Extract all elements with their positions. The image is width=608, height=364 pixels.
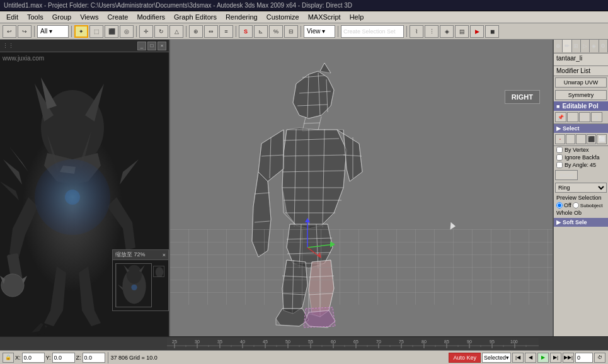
named-selection-input[interactable]: Create Selection Set bbox=[341, 25, 404, 38]
ignore-backface-checkbox[interactable] bbox=[556, 154, 563, 161]
element-select-button[interactable]: ⬜ bbox=[597, 134, 607, 144]
rp-tab-motion[interactable]: ▷ bbox=[581, 40, 590, 52]
snap-toggle-button[interactable]: S bbox=[239, 25, 253, 38]
select-scale-button[interactable]: △ bbox=[169, 25, 183, 38]
angle-snap-button[interactable]: ⊾ bbox=[254, 25, 268, 38]
main-toolbar: ↩ ↪ All ▾ ✦ ⬚ ⬛ ◎ ✛ ↻ △ ⊕ ⇔ ≡ S ⊾ % ⊟ Vi… bbox=[0, 23, 608, 40]
select-rotate-button[interactable]: ↻ bbox=[154, 25, 168, 38]
shrink-grow-row: Shrink bbox=[554, 169, 608, 181]
shrink-button[interactable]: Shrink bbox=[555, 170, 578, 180]
next-frame-button[interactable]: ▶| bbox=[550, 353, 561, 363]
panel-close-button[interactable]: × bbox=[158, 42, 166, 50]
render-setup-button[interactable]: ▤ bbox=[455, 25, 469, 38]
svg-text:55: 55 bbox=[308, 339, 313, 344]
remove-modifier-button[interactable]: 🗑 bbox=[591, 112, 602, 122]
menu-maxscript[interactable]: MAXScript bbox=[304, 12, 345, 22]
prev-frame-button[interactable]: ◀ bbox=[525, 353, 536, 363]
quick-render-button[interactable]: ◼ bbox=[485, 25, 499, 38]
align-button[interactable]: ≡ bbox=[219, 25, 233, 38]
toolbar-sep-4 bbox=[186, 26, 186, 37]
redo-button[interactable]: ↪ bbox=[18, 25, 32, 38]
polygon-select-button[interactable]: ⬛ bbox=[587, 134, 597, 144]
whole-obj-label: Whole Ob bbox=[554, 209, 608, 217]
rp-tab-modify[interactable]: ✏ bbox=[563, 40, 571, 52]
selection-type-dropdown[interactable]: Ring Loop bbox=[555, 183, 607, 193]
menu-modifiers[interactable]: Modifiers bbox=[133, 12, 169, 22]
z-position-input[interactable] bbox=[83, 353, 105, 363]
svg-marker-5 bbox=[3, 159, 22, 185]
goto-start-button[interactable]: |◀ bbox=[512, 353, 524, 363]
svg-marker-8 bbox=[120, 159, 139, 185]
make-unique-button[interactable]: ⊡ bbox=[579, 112, 590, 122]
select-region-button[interactable]: ⬚ bbox=[89, 25, 103, 38]
symmetry-button[interactable]: Symmetry bbox=[555, 90, 607, 100]
select-tool-button[interactable]: ✦ bbox=[74, 25, 88, 38]
sub-radio[interactable] bbox=[573, 202, 579, 208]
undo-button[interactable]: ↩ bbox=[3, 25, 16, 38]
off-radio[interactable] bbox=[556, 202, 563, 208]
curve-editor-button[interactable]: ⌇ bbox=[410, 25, 423, 38]
menu-create[interactable]: Create bbox=[103, 12, 132, 22]
rp-tab-utilities[interactable]: ⚙ bbox=[599, 40, 608, 52]
panel-maximize-button[interactable]: □ bbox=[147, 42, 156, 50]
viewport-label: RIGHT bbox=[505, 90, 540, 104]
timeline[interactable]: 25 30 35 40 45 50 55 60 65 70 75 80 85 9… bbox=[0, 336, 608, 350]
reference-panel-close[interactable]: × bbox=[163, 252, 166, 258]
goto-end-button[interactable]: ▶▶| bbox=[563, 353, 574, 363]
rp-tab-create[interactable]: ⊕ bbox=[554, 40, 563, 52]
schematic-button[interactable]: ⋮ bbox=[425, 25, 439, 38]
show-end-button[interactable]: | bbox=[567, 112, 578, 122]
menu-views[interactable]: Views bbox=[76, 12, 102, 22]
timeline-ruler: 25 30 35 40 45 50 55 60 65 70 75 80 85 9… bbox=[167, 338, 539, 350]
soft-select-header: ▶ Soft Sele bbox=[554, 218, 608, 227]
material-button[interactable]: ◈ bbox=[440, 25, 454, 38]
menu-tools[interactable]: Tools bbox=[23, 12, 47, 22]
mirror-button[interactable]: ⇔ bbox=[204, 25, 218, 38]
toolbar-sep-8 bbox=[406, 26, 407, 37]
border-select-button[interactable]: ⬠ bbox=[576, 134, 586, 144]
selection-filter-dropdown[interactable]: All ▾ bbox=[37, 25, 69, 38]
viewport-3d[interactable]: RIGHT .wire { stroke: #e0e0e0; stroke-wi… bbox=[170, 40, 553, 336]
svg-text:30: 30 bbox=[195, 339, 200, 344]
y-position-input[interactable] bbox=[52, 353, 75, 363]
object-name-field[interactable]: tantaar_li bbox=[554, 54, 608, 66]
view-dropdown[interactable]: View ▾ bbox=[304, 25, 335, 38]
current-frame-input[interactable] bbox=[575, 353, 593, 363]
render-button[interactable]: ▶ bbox=[470, 25, 484, 38]
by-vertex-checkbox[interactable] bbox=[556, 147, 563, 153]
by-angle-checkbox[interactable] bbox=[556, 162, 563, 168]
select-move-button[interactable]: ✛ bbox=[139, 25, 153, 38]
lock-selection-button[interactable]: 🔒 bbox=[3, 353, 14, 363]
spinner-snap-button[interactable]: ⊟ bbox=[284, 25, 298, 38]
menu-help[interactable]: Help bbox=[346, 12, 368, 22]
vertex-select-button[interactable]: · bbox=[555, 134, 565, 144]
x-position-input[interactable] bbox=[22, 353, 45, 363]
pin-stack-button[interactable]: 📌 bbox=[555, 112, 566, 122]
key-filter-dropdown[interactable]: Selected ▾ bbox=[482, 353, 511, 363]
svg-point-19 bbox=[127, 265, 142, 284]
window-crossing-button[interactable]: ⬛ bbox=[105, 25, 118, 38]
rp-tab-hierarchy[interactable]: ⊞ bbox=[572, 40, 581, 52]
preview-selection-label: Preview Selection bbox=[554, 194, 608, 202]
menu-group[interactable]: Group bbox=[49, 12, 76, 22]
menu-graph-editors[interactable]: Graph Editors bbox=[170, 12, 221, 22]
menu-edit[interactable]: Edit bbox=[3, 12, 22, 22]
time-config-button[interactable]: ⏱ bbox=[594, 353, 605, 363]
edge-select-button[interactable]: ╱ bbox=[566, 134, 576, 144]
percent-snap-button[interactable]: % bbox=[269, 25, 283, 38]
menu-rendering[interactable]: Rendering bbox=[222, 12, 261, 22]
unwrap-uvw-button[interactable]: Unwrap UVW bbox=[555, 77, 607, 88]
svg-text:60: 60 bbox=[331, 339, 336, 344]
modifier-list-dropdown[interactable]: Modifier List bbox=[554, 66, 608, 76]
svg-text:50: 50 bbox=[285, 339, 290, 344]
bottom-toolbar: 🔒 X: Y: Z: 37 806 Grid = 10.0 Auto Key S… bbox=[0, 350, 608, 364]
lasso-button[interactable]: ◎ bbox=[120, 25, 134, 38]
auto-key-button[interactable]: Auto Key bbox=[449, 353, 481, 363]
svg-text:70: 70 bbox=[376, 339, 381, 344]
rp-tab-display[interactable]: ◈ bbox=[590, 40, 599, 52]
menu-customize[interactable]: Customize bbox=[263, 12, 303, 22]
panel-minimize-button[interactable]: _ bbox=[137, 42, 146, 50]
svg-line-45 bbox=[318, 117, 321, 130]
reference-coord-button[interactable]: ⊕ bbox=[189, 25, 203, 38]
play-button[interactable]: ▶ bbox=[537, 353, 549, 363]
